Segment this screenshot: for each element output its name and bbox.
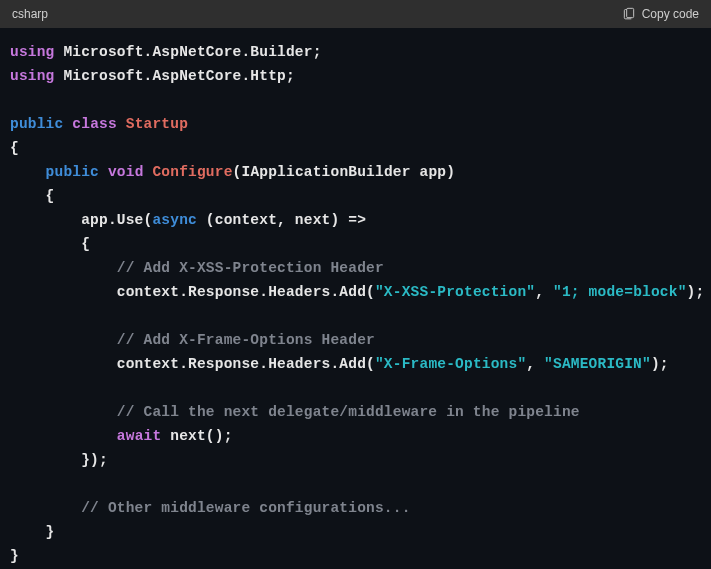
- code-block-header: csharp Copy code: [0, 0, 711, 28]
- copy-code-button[interactable]: Copy code: [622, 6, 699, 23]
- keyword-void: void: [99, 164, 152, 180]
- class-name: Startup: [126, 116, 188, 132]
- method-name: Configure: [152, 164, 232, 180]
- code-content: using Microsoft.AspNetCore.Builder; usin…: [0, 28, 711, 569]
- comment: // Other middleware configurations...: [10, 500, 411, 516]
- brace: {: [10, 236, 90, 252]
- namespace: Microsoft.AspNetCore.Builder;: [55, 44, 322, 60]
- keyword-class: class: [63, 116, 125, 132]
- string-literal: "X-XSS-Protection": [375, 284, 535, 300]
- string-literal: "1; mode=block": [553, 284, 687, 300]
- keyword-using: using: [10, 44, 55, 60]
- brace: {: [10, 140, 19, 156]
- brace: }: [10, 524, 55, 540]
- string-literal: "X-Frame-Options": [375, 356, 526, 372]
- code-text: next();: [161, 428, 232, 444]
- string-literal: "SAMEORIGIN": [544, 356, 651, 372]
- language-label: csharp: [12, 7, 48, 21]
- code-text: ,: [535, 284, 553, 300]
- brace: }: [10, 548, 19, 564]
- clipboard-icon: [622, 6, 636, 23]
- svg-rect-0: [626, 8, 633, 17]
- comment: // Add X-XSS-Protection Header: [10, 260, 384, 276]
- code-text: ,: [526, 356, 544, 372]
- brace: {: [10, 188, 55, 204]
- comment: // Add X-Frame-Options Header: [10, 332, 375, 348]
- keyword-public: public: [10, 116, 63, 132]
- keyword-using: using: [10, 68, 55, 84]
- keyword-await: await: [117, 428, 162, 444]
- code-text: });: [10, 452, 108, 468]
- keyword-async: async: [152, 212, 197, 228]
- code-text: );: [651, 356, 669, 372]
- code-text: app.Use(: [10, 212, 152, 228]
- copy-code-label: Copy code: [642, 7, 699, 21]
- code-text: (context, next) =>: [197, 212, 366, 228]
- keyword-public: public: [46, 164, 99, 180]
- namespace: Microsoft.AspNetCore.Http;: [55, 68, 295, 84]
- code-text: );: [687, 284, 705, 300]
- code-text: context.Response.Headers.Add(: [10, 284, 375, 300]
- comment: // Call the next delegate/middleware in …: [10, 404, 580, 420]
- code-text: context.Response.Headers.Add(: [10, 356, 375, 372]
- parameters: (IApplicationBuilder app): [233, 164, 456, 180]
